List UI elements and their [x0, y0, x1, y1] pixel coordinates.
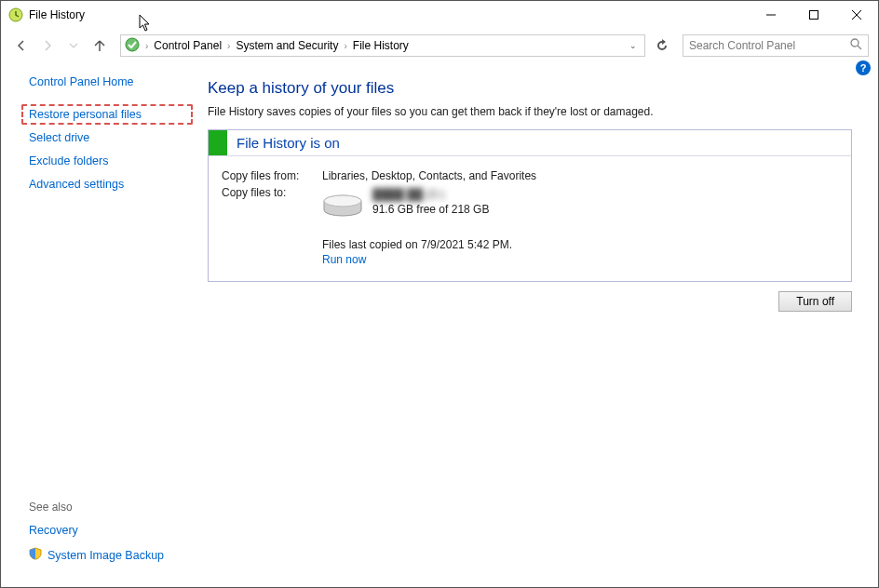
- copy-to-label: Copy files to:: [222, 186, 322, 221]
- search-box[interactable]: [683, 34, 869, 57]
- copy-from-value: Libraries, Desktop, Contacts, and Favori…: [322, 169, 536, 182]
- search-icon: [850, 38, 862, 53]
- svg-rect-2: [810, 11, 818, 20]
- last-copied-text: Files last copied on 7/9/2021 5:42 PM.: [322, 238, 838, 251]
- close-button[interactable]: [835, 1, 878, 29]
- restore-highlight: Restore personal files: [21, 104, 193, 125]
- sidebar: Control Panel Home Restore personal file…: [1, 62, 196, 587]
- minimize-button[interactable]: [750, 1, 792, 29]
- address-bar[interactable]: › Control Panel › System and Security › …: [120, 34, 645, 57]
- copy-from-label: Copy files from:: [222, 169, 322, 182]
- select-drive-link[interactable]: Select drive: [29, 131, 185, 144]
- breadcrumb-system-security[interactable]: System and Security: [234, 39, 340, 52]
- refresh-button[interactable]: [651, 34, 673, 57]
- breadcrumb-sep: ›: [223, 41, 234, 51]
- shield-icon: [29, 547, 42, 563]
- drive-name: ████ ██ (D:): [372, 188, 489, 201]
- main-content: ? Keep a history of your files File Hist…: [196, 62, 878, 587]
- window-controls: [750, 1, 878, 29]
- page-heading: Keep a history of your files: [208, 79, 852, 98]
- recent-dropdown[interactable]: [62, 34, 85, 57]
- navigation-bar: › Control Panel › System and Security › …: [1, 31, 878, 60]
- up-button[interactable]: [88, 34, 111, 57]
- breadcrumb-control-panel[interactable]: Control Panel: [152, 39, 223, 52]
- breadcrumb-sep: ›: [340, 41, 350, 51]
- drive-free-space: 91.6 GB free of 218 GB: [372, 203, 489, 216]
- restore-personal-files-link[interactable]: Restore personal files: [29, 108, 142, 121]
- back-button[interactable]: [10, 34, 33, 57]
- status-panel: File History is on Copy files from: Libr…: [208, 129, 852, 282]
- system-image-backup-link[interactable]: System Image Backup: [47, 549, 164, 562]
- turn-off-button[interactable]: Turn off: [778, 291, 852, 312]
- forward-button[interactable]: [36, 34, 59, 57]
- advanced-settings-link[interactable]: Advanced settings: [29, 178, 185, 191]
- address-dropdown[interactable]: ⌄: [626, 41, 641, 50]
- svg-point-5: [126, 38, 139, 51]
- file-history-icon: [8, 7, 23, 22]
- breadcrumb-file-history[interactable]: File History: [351, 39, 411, 52]
- svg-point-6: [851, 39, 859, 47]
- run-now-link[interactable]: Run now: [322, 253, 366, 266]
- status-title: File History is on: [237, 135, 340, 151]
- exclude-folders-link[interactable]: Exclude folders: [29, 154, 185, 167]
- titlebar: File History: [1, 1, 878, 29]
- see-also-label: See also: [29, 501, 185, 514]
- page-subtext: File History saves copies of your files …: [208, 105, 852, 118]
- help-icon[interactable]: ?: [856, 60, 871, 75]
- svg-point-9: [324, 195, 361, 207]
- breadcrumb-sep: ›: [142, 41, 152, 51]
- maximize-button[interactable]: [792, 1, 835, 29]
- status-header: File History is on: [209, 130, 851, 156]
- control-panel-icon: [125, 37, 140, 55]
- search-input[interactable]: [689, 39, 850, 52]
- recovery-link[interactable]: Recovery: [29, 524, 185, 537]
- status-on-indicator: [209, 130, 227, 155]
- control-panel-home-link[interactable]: Control Panel Home: [29, 75, 185, 88]
- svg-line-7: [858, 46, 861, 49]
- hard-drive-icon: [322, 194, 363, 221]
- window-title: File History: [29, 8, 85, 21]
